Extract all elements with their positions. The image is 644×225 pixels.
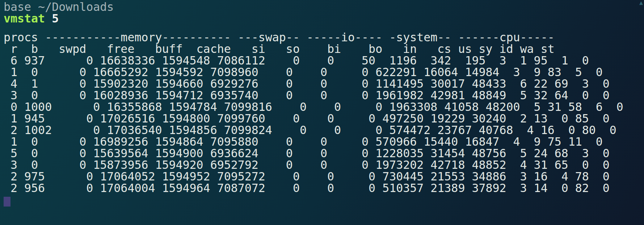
command-name: vmstat (4, 12, 45, 25)
terminal-window[interactable]: base ~/Downloads vmstat5 procs ---------… (0, 0, 644, 225)
prompt-line: base ~/Downloads (4, 1, 644, 13)
vmstat-header-columns: r b swpd free buff cache si so bi bo in … (4, 42, 555, 55)
vmstat-output: procs -----------memory---------- ---swa… (4, 32, 644, 194)
vmstat-row: 6 937 0 16638336 1594548 7086112 0 0 50 … (4, 54, 589, 67)
vmstat-rows: 6 937 0 16638336 1594548 7086112 0 0 50 … (4, 54, 623, 195)
command-line: vmstat5 (4, 13, 644, 24)
vmstat-row: 2 956 0 17064004 1594964 7087072 0 0 0 5… (4, 182, 610, 195)
vmstat-row: 3 0 0 15873956 1594920 6952792 0 0 0 197… (4, 158, 610, 171)
vmstat-row: 1 945 0 17026516 1594800 7099760 0 0 0 4… (4, 112, 610, 125)
vmstat-header-groups: procs -----------memory---------- ---swa… (4, 31, 555, 44)
command-argument: 5 (52, 12, 59, 25)
vmstat-row: 4 1 0 15902320 1594660 6929276 0 0 0 114… (4, 77, 610, 90)
vmstat-row: 3 0 0 16028936 1594712 6935740 0 0 0 196… (4, 89, 610, 102)
vmstat-row: 1 0 0 16989256 1594864 7095880 0 0 0 570… (4, 135, 603, 148)
vmstat-row: 5 0 0 15639564 1594900 6936624 0 0 0 122… (4, 147, 610, 160)
terminal-cursor (4, 197, 10, 207)
prompt-path: base ~/Downloads (4, 0, 114, 13)
vmstat-row: 1 0 0 16665292 1594592 7098960 0 0 0 622… (4, 66, 603, 79)
vmstat-row: 0 1000 0 16355868 1594784 7099816 0 0 0 … (4, 100, 623, 113)
scrollbar-up-icon[interactable]: ▲ (639, 0, 643, 5)
vmstat-row: 2 1002 0 17036540 1594856 7099824 0 0 0 … (4, 124, 616, 137)
vmstat-row: 2 975 0 17064052 1594952 7095272 0 0 0 7… (4, 170, 610, 183)
